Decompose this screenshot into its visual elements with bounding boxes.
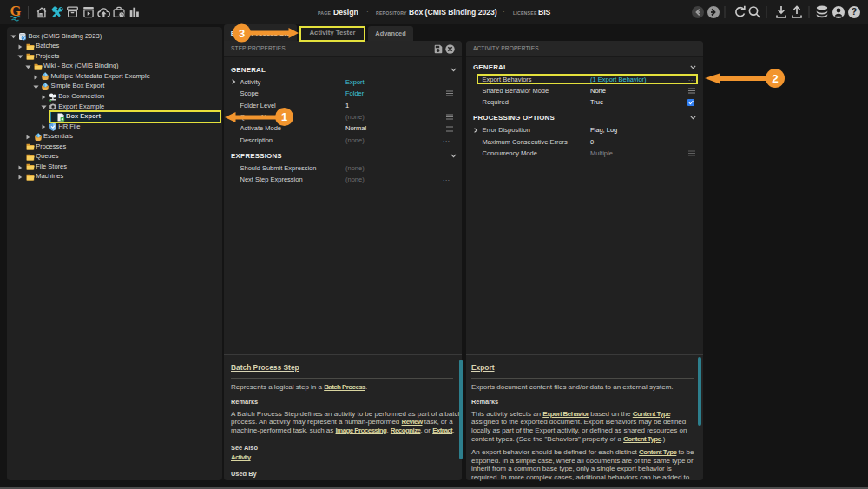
svg-text:?: ? (852, 6, 857, 17)
svg-text:3: 3 (239, 27, 245, 40)
svg-text:2: 2 (772, 72, 779, 85)
svg-text:1: 1 (281, 110, 287, 123)
